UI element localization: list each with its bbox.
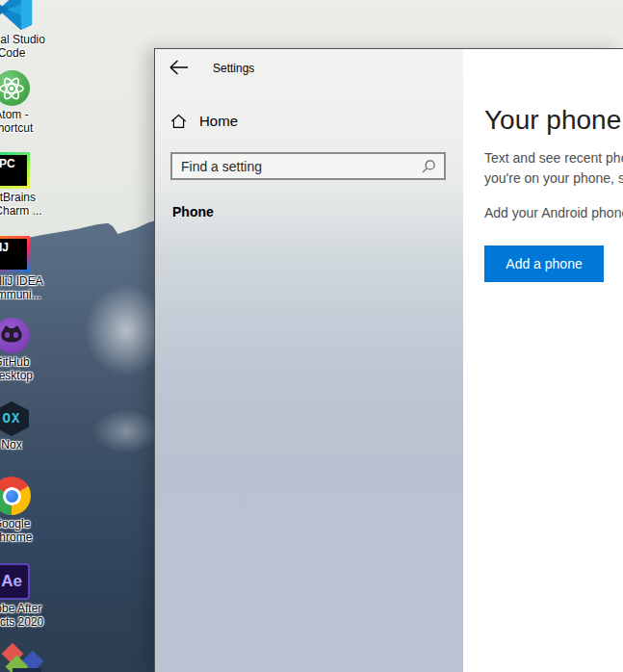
icon-label: Nox (0, 439, 69, 452)
icon-label: GitHub (0, 356, 69, 370)
settings-window: Settings Home Phone Your phone Text and … (154, 48, 623, 672)
desktop-icon-github-desktop[interactable]: GitHub Desktop (0, 318, 69, 382)
body-text-line: Add your Android phone (484, 205, 623, 220)
partial-icon-base (13, 668, 41, 672)
intellij-icon: IJ (0, 236, 69, 272)
icon-label: Effects 2020 (0, 616, 69, 630)
desktop-icon-atom[interactable]: Atom - Shortcut (0, 70, 69, 135)
vscode-icon (0, 0, 69, 31)
icon-label: Desktop (0, 370, 69, 383)
desktop-icon-after-effects[interactable]: Ae Adobe After Effects 2020 (0, 563, 69, 629)
add-a-phone-button[interactable]: Add a phone (484, 246, 604, 282)
chrome-icon (0, 477, 69, 515)
page-title: Your phone (484, 105, 621, 136)
wallpaper-snow-patch (92, 409, 160, 453)
body-text-line: Text and see recent photos (484, 150, 623, 166)
desktop-icon-partial[interactable] (0, 643, 58, 672)
desktop-icon-pycharm[interactable]: PC JetBrains PyCharm ... (0, 152, 69, 218)
nav-item-home[interactable]: Home (170, 113, 238, 129)
desktop-icon-vscode[interactable]: Visual Studio Code (0, 0, 69, 60)
icon-label: Chrome (0, 531, 69, 545)
after-effects-icon: Ae (0, 563, 69, 600)
pycharm-icon: PC (0, 152, 69, 189)
atom-icon (0, 70, 69, 106)
desktop-icon-chrome[interactable]: Google Chrome (0, 477, 69, 544)
settings-nav-pane: Settings Home Phone (155, 49, 463, 672)
icon-label: IntelliJ IDEA (0, 275, 69, 289)
nav-section-phone: Phone (172, 204, 214, 220)
desktop-icon-intellij[interactable]: IJ IntelliJ IDEA Communi... (0, 236, 69, 301)
icon-label: Shortcut (0, 122, 69, 136)
icon-label: Google (0, 518, 69, 531)
nox-icon: OX (0, 401, 69, 436)
icon-label: Communi... (0, 289, 69, 302)
back-arrow-icon (169, 59, 190, 76)
home-icon (170, 114, 187, 129)
icon-label: Atom - (0, 109, 69, 122)
icon-label: Code (0, 47, 69, 61)
icon-label: JetBrains (0, 192, 69, 205)
search-input[interactable] (172, 159, 421, 174)
home-label: Home (199, 113, 238, 129)
github-desktop-icon (0, 318, 69, 353)
settings-search-box (170, 152, 446, 180)
icon-label: Visual Studio (0, 34, 69, 47)
search-icon[interactable] (421, 159, 436, 174)
back-button[interactable] (169, 59, 190, 76)
icon-label: PyCharm ... (0, 205, 69, 219)
settings-content-pane: Your phone Text and see recent photos yo… (463, 49, 623, 672)
icon-label: Adobe After (0, 603, 69, 616)
window-title: Settings (213, 62, 254, 75)
body-text-line: you're on your phone, so (484, 170, 623, 186)
desktop-icon-nox[interactable]: OX Nox (0, 401, 69, 452)
